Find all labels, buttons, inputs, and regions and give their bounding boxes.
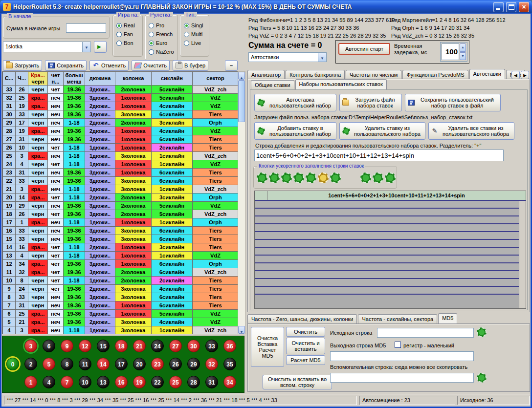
tab-top-0[interactable]: Анализатор [247,70,285,79]
board-number-1[interactable]: 1 [24,376,37,388]
spinner-down-button[interactable]: ▼ [460,52,466,61]
slot-combobox[interactable]: 1slotka [3,42,91,52]
scrollbar-thumb[interactable] [238,80,245,122]
board-number-27[interactable]: 27 [169,340,182,352]
board-number-36[interactable]: 36 [223,340,236,352]
board-number-21[interactable]: 21 [133,340,146,352]
remove-bet-button[interactable]: Удалить ставку из пользовательского набо… [339,122,425,140]
board-number-9[interactable]: 9 [61,340,73,352]
bet-list-row[interactable] [255,271,526,279]
bet-list-row[interactable] [255,216,526,224]
close-button[interactable]: × [519,2,529,12]
tab-top-3[interactable]: Функционал PsevdoMS [402,70,468,79]
minimize-button[interactable] [493,2,504,12]
play-button[interactable] [94,41,107,53]
quick-chip-button-2[interactable] [269,172,280,183]
start-sum-input[interactable] [66,23,106,33]
table-row[interactable]: 213кра...неч1-181дюжи..3колонка1сиклайнV… [3,185,238,193]
table-row[interactable]: 2917черннеч1-182дюжи..2колонка3сиклайнOr… [3,119,238,127]
radio-option-multi[interactable]: Multi [180,30,209,39]
board-number-18[interactable]: 18 [115,340,128,352]
tab-freq-2[interactable]: MD5 [438,313,457,323]
table-row[interactable]: 134чернчет1-181дюжи..1колонка1сиклайнVdZ [3,252,238,260]
table-row[interactable]: 171кра...неч1-181дюжи..1колонка1сиклайнO… [3,218,238,227]
bet-list-row[interactable] [255,232,526,240]
table-row[interactable]: 3326чернчет19-363дюжи..2колонка5сиклайнV… [3,86,238,94]
board-number-17[interactable]: 17 [115,358,128,370]
board-number-25[interactable]: 25 [169,376,182,388]
md5-multi-button[interactable]: Очистка Вставка Расчет MD5 [251,327,284,367]
collapse-button[interactable]: – [225,60,238,71]
quick-chip-button-3[interactable] [281,172,292,183]
board-number-22[interactable]: 22 [151,376,164,388]
maximize-button[interactable] [506,2,516,12]
copy-buffer-button[interactable]: В буфер [173,60,208,71]
md5-output-input[interactable] [330,351,474,361]
board-number-12[interactable]: 12 [79,340,91,352]
table-row[interactable]: 1533черннеч19-363дюжи..3колонка6сиклайнT… [3,235,238,243]
quick-chip-button-4[interactable] [293,172,304,183]
board-number-31[interactable]: 31 [205,376,218,388]
board-number-19[interactable]: 19 [133,376,146,388]
table-row[interactable]: 43кра...неч1-181дюжи..3колонка1сиклайнVd… [3,326,238,335]
board-number-33[interactable]: 33 [205,340,218,352]
table-row[interactable]: 521кра...неч19-362дюжи..3колонка4сиклайн… [3,318,238,326]
board-number-34[interactable]: 34 [223,376,236,388]
md5-source-chip-button[interactable] [477,327,487,337]
spinner-up-button[interactable]: ▲ [460,43,466,52]
board-number-16[interactable]: 16 [115,376,128,388]
quick-chip-button-11[interactable] [385,172,396,183]
autospin-start-button[interactable]: Автоспин старт [338,43,390,55]
radio-option-french[interactable]: French [145,30,177,39]
table-row[interactable]: 2610чернчет1-181дюжи..1колонка2сиклайнTi… [3,144,238,152]
board-number-5[interactable]: 5 [43,358,55,370]
board-number-8[interactable]: 8 [61,358,73,370]
tab-scroll-left-button[interactable]: ◄ [511,71,520,79]
board-number-23[interactable]: 23 [151,358,164,370]
board-number-10[interactable]: 10 [79,376,91,388]
save-set-file-button[interactable]: Сохранить пользовательский набор ставок … [405,94,501,111]
load-button[interactable]: Загрузить [3,60,42,71]
table-row[interactable]: 1416кра...чет1-182дюжи..1колонка3сиклайн… [3,243,238,252]
autobet-user-set-button[interactable]: Автоставка пользовательский набор [254,94,336,111]
md5-clear-paste-aux-button[interactable]: Очистить и вставить во вспом. строку [263,375,332,389]
table-row[interactable]: 108чернчет1-181дюжи..2колонка2сиклайнTie… [3,277,238,285]
radio-option-fan[interactable]: Fan [113,30,142,39]
md5-calc-button[interactable]: Расчет MD5 [286,355,325,365]
board-number-11[interactable]: 11 [79,358,91,370]
tab-top-1[interactable]: Контроль банкролла [286,70,345,79]
table-row[interactable]: 1633черннеч19-363дюжи..3колонка6сиклайнT… [3,227,238,235]
remove-all-bets-button[interactable]: Удалить все ставки из пользовательского … [428,122,514,140]
table-row[interactable]: 1826чернчет19-363дюжи..2колонка5сиклайнV… [3,210,238,218]
radio-option-bon[interactable]: Bon [113,39,142,47]
clear-button[interactable]: Очистить [132,60,170,71]
md5-aux-input[interactable] [330,373,474,383]
table-row[interactable]: 3119кра...неч19-362дюжи..1колонка4сиклай… [3,102,238,110]
table-row[interactable]: 625кра...неч19-363дюжи..1колонка5сиклайн… [3,310,238,318]
radio-option-live[interactable]: Live [180,39,209,47]
load-set-file-button[interactable]: Загрузить файл набора ставок [339,94,402,111]
bet-list-row[interactable] [255,256,526,263]
tab-sub-0[interactable]: Общие ставки [251,80,294,89]
board-number-15[interactable]: 15 [97,340,110,352]
table-row[interactable]: 253кра...неч1-181дюжи..3колонка1сиклайнV… [3,152,238,160]
table-row[interactable]: 244чернчет1-181дюжи..1колонка1сиклайнVdZ [3,160,238,169]
table-row[interactable]: 3225кра...неч19-363дюжи..1колонка5сиклай… [3,94,238,102]
bet-list-scrollbar[interactable] [519,201,526,308]
table-row[interactable]: 2731черннеч19-363дюжи..1колонка6сиклайнT… [3,135,238,144]
chevron-down-icon[interactable] [318,53,326,62]
tab-freq-1[interactable]: Частота - сиклайны, сектора [358,314,437,323]
add-bet-button[interactable]: Добавить ставку в пользовательский набор [254,122,336,140]
table-row[interactable]: 2233черннеч19-363дюжи..3колонка6сиклайнT… [3,177,238,185]
scroll-up-icon[interactable] [238,72,245,80]
md5-clear-paste-button[interactable]: Очистить и вставить [286,338,325,354]
board-number-35[interactable]: 35 [223,358,236,370]
board-number-13[interactable]: 13 [97,376,110,388]
table-row[interactable]: 833черннеч19-363дюжи..3колонка6сиклайнTi… [3,293,238,301]
board-number-6[interactable]: 6 [43,340,55,352]
quick-chip-button-5[interactable] [306,172,316,183]
tab-scroll-right-button[interactable]: ► [521,71,529,79]
bet-list-row[interactable] [255,224,526,232]
bet-list-row[interactable] [255,287,526,295]
board-number-3[interactable]: 3 [24,340,37,352]
